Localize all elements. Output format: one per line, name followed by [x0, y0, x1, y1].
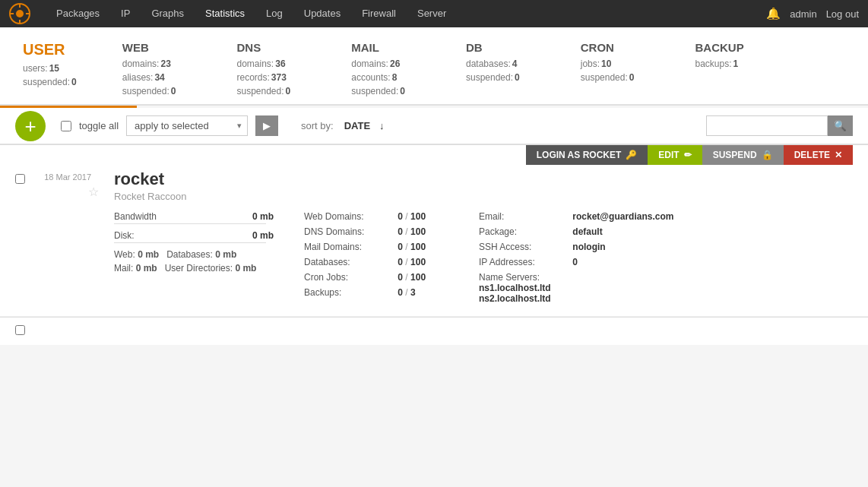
nav-firewall[interactable]: Firewall	[351, 0, 407, 27]
dns-stats: DNS domains:36 records:373 suspended:0	[237, 41, 291, 96]
search-icon: 🔍	[834, 120, 847, 131]
navbar-right: 🔔 admin Log out	[766, 7, 859, 21]
web-label: Web: 0 mb	[114, 249, 159, 260]
disk-label: Disk:	[114, 230, 135, 241]
delete-label: DELETE	[794, 150, 830, 160]
cron-stats: CRON jobs:10 suspended:0	[581, 41, 635, 96]
mail-label: Mail: 0 mb	[114, 263, 157, 274]
mail-domains: Mail Domains: 0 / 100	[304, 242, 456, 252]
login-as-button[interactable]: LOGIN AS ROCKET 🔑	[526, 145, 648, 165]
nav-updates[interactable]: Updates	[293, 0, 351, 27]
databases: Databases: 0 / 100	[304, 257, 456, 267]
suspend-button[interactable]: SUSPEND 🔒	[702, 145, 784, 165]
sort-label: sort by:	[301, 120, 334, 131]
star-icon[interactable]: ☆	[30, 185, 99, 199]
user-stats: USER users:15 suspended:0	[23, 41, 77, 96]
pencil-icon: ✏	[684, 150, 692, 160]
add-user-button[interactable]: +	[15, 111, 46, 141]
web-stats: WEB domains:23 aliases:34 suspended:0	[122, 41, 176, 96]
navbar: Packages IP Graphs Statistics Log Update…	[0, 0, 868, 27]
user-count: users:15	[23, 63, 77, 74]
nav-server[interactable]: Server	[407, 0, 457, 27]
toolbar: + toggle all apply to selected suspend u…	[0, 108, 868, 144]
login-as-label: LOGIN AS ROCKET	[537, 150, 622, 160]
bandwidth-label: Bandwidth	[114, 211, 157, 222]
user-checkbox[interactable]	[15, 174, 25, 184]
nav-packages[interactable]: Packages	[46, 0, 110, 27]
nav-links: Packages IP Graphs Statistics Log Update…	[46, 0, 766, 27]
admin-label: admin	[790, 8, 816, 20]
nav-ip[interactable]: IP	[110, 0, 141, 27]
toggle-all-label: toggle all	[79, 120, 119, 131]
logout-link[interactable]: Log out	[826, 8, 859, 20]
mail-stats: MAIL domains:26 accounts:8 suspended:0	[351, 41, 405, 96]
databases-label: Databases: 0 mb	[166, 249, 236, 260]
nav-statistics[interactable]: Statistics	[195, 0, 255, 27]
bell-icon[interactable]: 🔔	[766, 7, 781, 21]
user-list: LOGIN AS ROCKET 🔑 EDIT ✏ SUSPEND 🔒 DELET…	[0, 145, 868, 317]
lock-icon: 🔒	[762, 150, 773, 160]
user-fullname: Rocket Raccoon	[114, 191, 853, 202]
backup-stats: BACKUP backups:1	[695, 41, 744, 96]
package-row: Package: default	[479, 226, 692, 237]
times-icon: ✕	[835, 150, 842, 160]
user-dirs-label: User Directories: 0 mb	[165, 263, 257, 274]
bottom-checkbox[interactable]	[15, 325, 25, 335]
sort-arrow-icon[interactable]: ↓	[379, 120, 385, 131]
nav-graphs[interactable]: Graphs	[141, 0, 195, 27]
suspend-label: SUSPEND	[713, 150, 757, 160]
backups: Backups: 0 / 3	[304, 287, 456, 298]
edit-button[interactable]: EDIT ✏	[648, 145, 702, 165]
ssh-row: SSH Access: nologin	[479, 242, 692, 252]
email-row: Email: rocket@guardians.com	[479, 211, 692, 222]
stats-header: USER users:15 suspended:0 WEB domains:23…	[0, 27, 868, 106]
cron-jobs: Cron Jobs: 0 / 100	[304, 272, 456, 283]
user-date: 18 Mar 2017	[30, 172, 91, 182]
sort-value: DATE	[344, 120, 370, 131]
web-domains: Web Domains: 0 / 100	[304, 211, 456, 222]
edit-label: EDIT	[658, 150, 679, 160]
logo[interactable]	[9, 3, 30, 24]
db-stats: DB databases:4 suspended:0	[466, 41, 520, 96]
search-wrap: 🔍	[706, 115, 853, 136]
search-button[interactable]: 🔍	[828, 115, 853, 136]
delete-button[interactable]: DELETE ✕	[784, 145, 853, 165]
user-row: LOGIN AS ROCKET 🔑 EDIT ✏ SUSPEND 🔒 DELET…	[0, 145, 868, 317]
disk-value: 0 mb	[252, 230, 274, 241]
username: rocket	[114, 169, 853, 189]
nav-log[interactable]: Log	[255, 0, 293, 27]
toggle-all-checkbox[interactable]	[61, 121, 71, 131]
ip-row: IP Addresses: 0	[479, 257, 692, 267]
bottom-checkbox-row	[0, 317, 868, 345]
user-suspended: suspended:0	[23, 77, 77, 87]
nameserver-row: Name Servers: ns1.localhost.ltd ns2.loca…	[479, 272, 692, 304]
svg-point-1	[16, 10, 24, 17]
bandwidth-value: 0 mb	[252, 211, 274, 222]
key-icon: 🔑	[626, 150, 637, 160]
dns-domains: DNS Domains: 0 / 100	[304, 226, 456, 237]
apply-go-button[interactable]: ▶	[255, 115, 278, 136]
apply-select-wrap: apply to selected suspend unsuspend dele…	[126, 115, 248, 136]
action-bar: LOGIN AS ROCKET 🔑 EDIT ✏ SUSPEND 🔒 DELET…	[526, 145, 853, 165]
apply-select[interactable]: apply to selected suspend unsuspend dele…	[126, 115, 248, 136]
search-input[interactable]	[706, 115, 828, 136]
user-title: USER	[23, 41, 77, 59]
